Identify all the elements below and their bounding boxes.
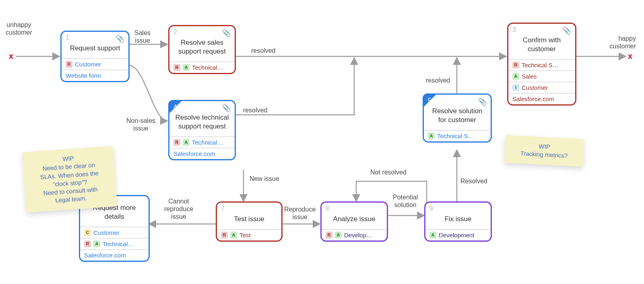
attachment-icon: 📎: [116, 34, 124, 43]
role-row: Website form: [62, 70, 128, 81]
role-row: RATechnical…: [80, 238, 149, 249]
node-number: 7: [221, 205, 225, 212]
edge-label-not-resolved: Not resolved: [370, 168, 407, 176]
node-title: Test issue: [217, 203, 281, 229]
node-number: 5: [428, 97, 431, 104]
attachment-icon: 📎: [562, 26, 571, 35]
edge-label-resolved-1: resolved: [251, 47, 275, 54]
edge-label-new-issue: New issue: [250, 175, 279, 182]
role-row: RATest: [217, 229, 281, 240]
node-request-support[interactable]: 1 📎 Request support RCustomer Website fo…: [60, 31, 130, 82]
start-label: unhappycustomer: [6, 21, 32, 36]
end-label: happycustomer: [584, 35, 636, 50]
role-row: RATechnical…: [169, 62, 235, 73]
start-endpoint: x: [9, 52, 13, 61]
role-row: Salesforce.com: [169, 148, 235, 159]
node-test-issue[interactable]: 7 Test issue RATest: [216, 201, 283, 242]
edge-label-resolved-3: resolved: [426, 77, 450, 84]
attachment-icon: 📎: [222, 104, 231, 112]
node-number: 9: [429, 205, 433, 212]
edge-label-potential-solution: Potentialsolution: [393, 193, 418, 209]
node-number: 2: [173, 29, 177, 36]
sticky-note-metrics[interactable]: WIPTracking metrics?: [504, 135, 584, 167]
attachment-icon: 📎: [222, 29, 231, 37]
node-resolve-solution[interactable]: 5 📎 Resolve solution for customer ATechn…: [423, 93, 492, 143]
edge-label-nonsales: Non-salesissue: [126, 117, 155, 132]
node-number: 8: [326, 205, 329, 212]
role-row: RCustomer: [62, 58, 128, 70]
node-resolve-technical[interactable]: 4 📎 Resolve technical support request RA…: [168, 100, 236, 160]
node-number: 3: [512, 26, 516, 33]
attachment-icon: 📎: [478, 97, 487, 106]
node-confirm-customer[interactable]: 3 📎 Confirm with customer RTechnical S… …: [507, 23, 576, 106]
node-fix-issue[interactable]: 9 Fix issue ADevelopment: [424, 201, 492, 242]
edge-label-resolved-4: Resolved: [460, 177, 487, 185]
node-resolve-sales[interactable]: 2 📎 Resolve sales support request RATech…: [168, 25, 236, 74]
edge-label-cannot-reproduce: Cannotreproduceissue: [164, 197, 193, 221]
role-row: ADevelopment: [425, 229, 491, 240]
role-row: Salesforce.com: [80, 249, 149, 261]
role-row: RATechnical…: [169, 137, 235, 148]
role-row: ICustomer: [508, 82, 575, 93]
edge-label-reproduce: Reproduceissue: [284, 205, 316, 221]
node-title: Analyze issue: [322, 203, 387, 229]
role-row: ATechnical S…: [424, 130, 491, 141]
node-title: Fix issue: [425, 203, 491, 229]
edge-label-sales: Salesissue: [134, 29, 151, 44]
node-analyze-issue[interactable]: 8 Analyze issue RADevelop…: [320, 201, 388, 242]
node-number: 1: [66, 34, 69, 41]
role-row: Salesforce.com: [508, 93, 575, 104]
node-number: 4: [173, 104, 177, 111]
role-row: RADevelop…: [322, 229, 387, 240]
sticky-note-slas[interactable]: WIPNeed to be clear onSLAs. When does th…: [22, 146, 117, 212]
end-endpoint: x: [628, 52, 632, 61]
edge-label-resolved-2: resolved: [243, 106, 267, 114]
role-row: ASales: [508, 70, 575, 82]
role-row: RTechnical S…: [508, 59, 575, 70]
role-row: CCustomer: [80, 227, 149, 238]
